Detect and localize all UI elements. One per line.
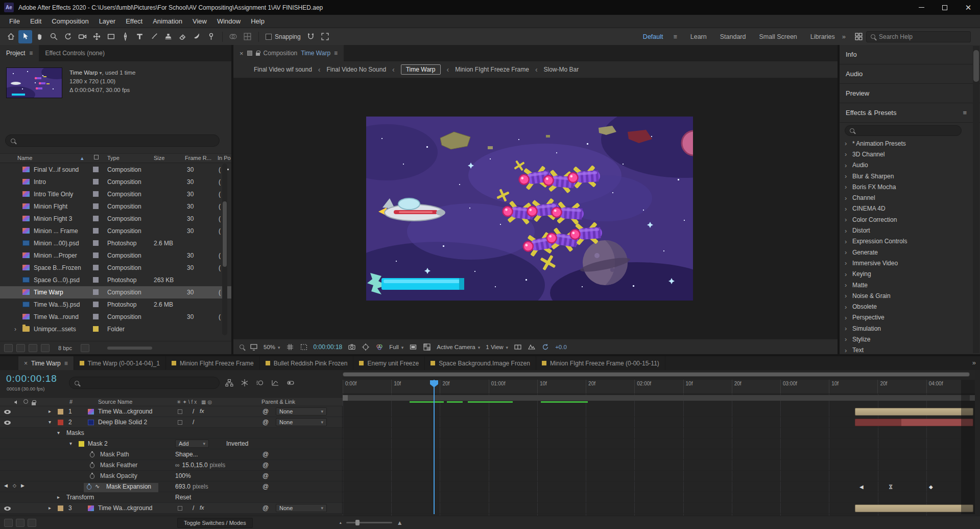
zoom-tool[interactable]	[47, 30, 61, 43]
effects-category[interactable]: * Animation Presets	[840, 138, 980, 149]
timeline-tab[interactable]: Time Warp	[18, 356, 74, 370]
snapping-toggle[interactable]: Snapping	[266, 33, 301, 40]
expression-pickwhip-icon[interactable]	[262, 483, 269, 490]
layer-name[interactable]: Deep Blue Solid 2	[98, 419, 147, 426]
new-composition-icon[interactable]	[29, 344, 37, 352]
zoom-slider-thumb[interactable]	[355, 520, 360, 525]
masks-group-row[interactable]: Masks	[0, 428, 342, 439]
workspace-item[interactable]: Standard	[720, 33, 746, 40]
property-label[interactable]: Mask Feather	[100, 462, 137, 469]
mask-name[interactable]: Mask 2	[88, 440, 108, 447]
menu-item[interactable]: View	[187, 17, 212, 25]
project-row[interactable]: Final V...if sound Composition 30 (	[0, 164, 231, 176]
masks-group-label[interactable]: Masks	[66, 429, 84, 436]
zoom-out-icon[interactable]: ▴	[340, 520, 342, 525]
label-column-icon[interactable]	[94, 155, 99, 159]
project-row[interactable]: Minion ... Frame Composition 30 (	[0, 225, 231, 237]
show-snapshot-icon[interactable]	[362, 343, 370, 351]
timeline-tab[interactable]: Minion FIght Freeze Frame (0-00-15-11)	[536, 356, 665, 370]
adjustment-icon[interactable]	[286, 379, 295, 387]
workspace-grid-icon[interactable]	[852, 30, 866, 43]
lock-icon[interactable]	[256, 53, 260, 56]
solo-column-icon[interactable]	[23, 399, 28, 404]
collapse-switch-icon[interactable]	[178, 420, 182, 425]
type-tool[interactable]	[133, 30, 147, 43]
grid-icon[interactable]	[286, 343, 294, 351]
previous-keyframe-icon[interactable]	[4, 483, 8, 488]
mask-inverted-label[interactable]: Inverted	[226, 440, 248, 447]
mask-expansion-value[interactable]: 693.0pixels	[175, 483, 208, 490]
motion-blur-icon[interactable]	[255, 379, 265, 387]
bit-depth-label[interactable]: 8 bpc	[58, 345, 72, 351]
trash-icon[interactable]	[81, 344, 89, 352]
label-color-swatch[interactable]	[93, 167, 99, 172]
viewer-timecode[interactable]: 0:00:00:18	[314, 343, 343, 351]
snap-expand-icon[interactable]	[318, 30, 332, 43]
effects-category[interactable]: Blur & Sharpen	[840, 171, 980, 181]
mask-mode-dropdown[interactable]: Add	[175, 440, 209, 448]
layer-number-column[interactable]: #	[69, 399, 73, 405]
resolution-dropdown[interactable]: Full	[389, 344, 403, 350]
right-panel-scrollbar[interactable]	[973, 46, 979, 353]
collapse-arrow-icon[interactable]	[57, 430, 60, 435]
clone-stamp-tool[interactable]	[161, 30, 175, 43]
quality-switch-icon[interactable]	[193, 504, 194, 512]
expansion-number[interactable]: 693.0	[175, 483, 190, 490]
item-name[interactable]: Minion ...Proper	[34, 252, 77, 259]
timeline-right-scrollbar[interactable]	[975, 370, 980, 516]
timeline-tab[interactable]: Bullet Reddish Pink Frozen	[260, 356, 354, 370]
scrollbar-thumb[interactable]	[973, 50, 979, 82]
menu-item[interactable]: Window	[212, 17, 246, 25]
keyframe-hold-icon[interactable]: ⋈	[886, 485, 896, 490]
column-in-point[interactable]: In Po	[218, 155, 231, 161]
column-type[interactable]: Type	[107, 155, 119, 161]
close-button[interactable]: ✕	[957, 0, 980, 15]
layer-row-3[interactable]: 3 Time Wa...ckground None	[0, 503, 342, 514]
transform-label[interactable]: Transform	[66, 494, 94, 501]
effects-category[interactable]: Keying	[840, 269, 980, 280]
label-color-swatch[interactable]	[93, 265, 99, 270]
column-frame-rate[interactable]: Frame R...	[185, 155, 211, 161]
project-row[interactable]: Time Warp Composition 30 (	[0, 286, 231, 298]
breadcrumb-item[interactable]: Final Video wif sound	[254, 66, 312, 73]
menu-item[interactable]: Edit	[25, 17, 46, 25]
project-row[interactable]: Intro Title Only Composition 30 (	[0, 188, 231, 200]
stacked-panel-header[interactable]: Audio	[840, 64, 980, 84]
effects-category[interactable]: Perspective	[840, 312, 980, 323]
layer-color-swatch[interactable]	[58, 505, 63, 511]
graph-toggle-icon[interactable]	[95, 483, 100, 490]
help-search-field[interactable]	[866, 31, 971, 42]
item-name[interactable]: Time Wa...round	[34, 313, 79, 320]
column-name[interactable]: Name	[17, 155, 32, 161]
visibility-eye-icon[interactable]	[4, 421, 11, 425]
timeline-tab[interactable]: Time Warp (0-00-14-04)_1	[74, 356, 166, 370]
zoom-level-dropdown[interactable]: 50%	[264, 344, 280, 350]
label-color-swatch[interactable]	[93, 191, 99, 197]
effects-category[interactable]: Stylize	[840, 334, 980, 344]
panel-tab[interactable]: Project	[0, 45, 39, 61]
composition-tab[interactable]: × Composition Time Warp	[233, 45, 344, 61]
effects-category[interactable]: Obsolete	[840, 301, 980, 312]
stopwatch-icon[interactable]	[90, 463, 94, 468]
property-label[interactable]: Mask Opacity	[100, 472, 137, 479]
stopwatch-icon[interactable]	[90, 474, 94, 479]
toggle-switches-modes-button[interactable]: Toggle Switches / Modes	[177, 518, 253, 528]
audio-column-icon[interactable]	[14, 399, 20, 405]
stopwatch-icon[interactable]	[90, 452, 94, 457]
column-size[interactable]: Size	[154, 155, 164, 161]
region-of-interest-icon[interactable]	[409, 343, 417, 351]
item-name[interactable]: Intro Title Only	[34, 191, 73, 198]
project-row[interactable]: Minion ...Proper Composition 30 (	[0, 249, 231, 262]
channels-icon[interactable]	[375, 343, 384, 351]
project-row[interactable]: Minion Fight 3 Composition 30 (	[0, 213, 231, 225]
item-name[interactable]: Minion FIght	[34, 203, 67, 210]
collapse-switch-icon[interactable]	[178, 506, 182, 511]
menu-item[interactable]: Effect	[121, 17, 148, 25]
project-row[interactable]: Minion FIght Composition 30 (	[0, 200, 231, 213]
label-color-swatch[interactable]	[93, 240, 99, 246]
collapse-arrow-icon[interactable]	[69, 441, 72, 446]
expression-pickwhip-icon[interactable]	[262, 472, 269, 479]
workspace-overflow-icon[interactable]: »	[842, 33, 846, 40]
roto-brush-tool[interactable]	[190, 30, 204, 43]
parent-pickwhip-icon[interactable]	[262, 504, 269, 512]
